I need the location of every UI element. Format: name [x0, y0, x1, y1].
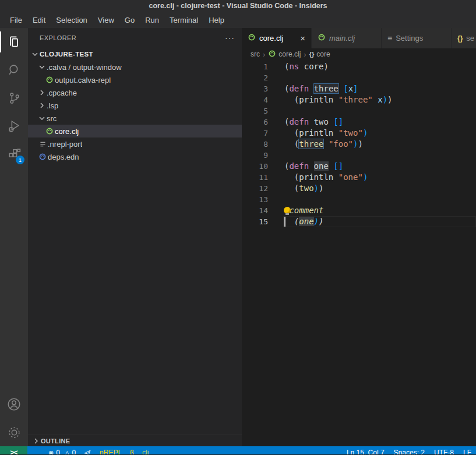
- activity-item-explorer[interactable]: [0, 28, 28, 56]
- tree-item-label: src: [47, 114, 57, 123]
- status-right-lf[interactable]: LF: [463, 449, 471, 454]
- menubar: FileEditSelectionViewGoRunTerminalHelp: [0, 12, 476, 28]
- line-number: 4: [242, 96, 268, 104]
- clojure-file-icon: [44, 76, 55, 84]
- tree-item-label: output.calva-repl: [55, 76, 111, 84]
- tree-item-core-clj[interactable]: core.clj: [28, 125, 242, 137]
- window-title: core.clj - clojure-test - Visual Studio …: [0, 0, 476, 12]
- status-item-nrepl[interactable]: nREPL: [100, 449, 122, 454]
- menu-item-view[interactable]: View: [93, 13, 119, 27]
- tree-item-output-calva-repl[interactable]: output.calva-repl: [28, 73, 242, 86]
- line-number: 1: [242, 62, 268, 71]
- activity-item-source-control[interactable]: [0, 84, 28, 112]
- tree-item-label: deps.edn: [48, 153, 79, 161]
- code-line-7[interactable]: 7 (println "two"): [242, 128, 476, 139]
- outline-section[interactable]: OUTLINE: [28, 435, 242, 446]
- tree-item-label: .cpcache: [47, 89, 77, 97]
- code-line-8[interactable]: 8 (three "foo")): [242, 139, 476, 150]
- breadcrumb-item-core[interactable]: {}core: [309, 50, 330, 58]
- chevron-right-icon: [31, 436, 41, 446]
- remote-indicator[interactable]: ><: [0, 446, 27, 454]
- source-control-icon: [7, 91, 22, 105]
- activity-bar: 1: [0, 28, 28, 446]
- close-icon[interactable]: ×: [300, 34, 305, 43]
- chevron-down-icon: [37, 62, 47, 72]
- status-item--[interactable]: β: [130, 449, 134, 454]
- tab-settings[interactable]: ≡Settings: [382, 28, 452, 48]
- status-item-clj[interactable]: clj: [142, 449, 149, 454]
- outline-label: OUTLINE: [41, 438, 70, 445]
- tab-core-clj[interactable]: core.clj×: [242, 28, 312, 48]
- tab-se[interactable]: {}se: [452, 28, 476, 48]
- code-line-12[interactable]: 12 (two)): [242, 183, 476, 194]
- code-line-1[interactable]: 1(ns core): [242, 61, 476, 72]
- code-line-13[interactable]: 13: [242, 194, 476, 205]
- tree-item--calva-output-window[interactable]: .calva / output-window: [28, 61, 242, 73]
- tree-item-clojure-test[interactable]: CLOJURE-TEST: [28, 48, 242, 61]
- menu-item-file[interactable]: File: [5, 13, 27, 27]
- menu-item-help[interactable]: Help: [203, 13, 230, 27]
- code-line-15[interactable]: 15 (one)): [242, 216, 476, 227]
- breadcrumb: src›core.clj›{}core: [242, 48, 476, 60]
- status-bar: >< ⊗ 0 △ 0 nREPLβclj Ln 15, Col 7Spaces:…: [0, 446, 476, 454]
- activity-item-run-debug[interactable]: [0, 112, 28, 140]
- paper-plane-icon[interactable]: [84, 449, 91, 455]
- activity-item-account[interactable]: [0, 390, 28, 418]
- activity-item-extensions[interactable]: 1: [0, 140, 28, 168]
- status-right-spaces-2[interactable]: Spaces: 2: [394, 449, 425, 454]
- file-tree: CLOJURE-TEST.calva / output-windowoutput…: [28, 48, 242, 163]
- debug-icon: [7, 119, 22, 133]
- code-line-4[interactable]: 4 (println "three" x)): [242, 94, 476, 105]
- activity-item-search[interactable]: [0, 56, 28, 84]
- breadcrumb-label: core: [316, 50, 330, 58]
- status-right-ln-15-col-7[interactable]: Ln 15, Col 7: [347, 449, 385, 454]
- menu-item-edit[interactable]: Edit: [27, 13, 51, 27]
- activity-item-settings[interactable]: [0, 418, 28, 446]
- line-number: 7: [242, 129, 268, 137]
- tree-item-deps-edn[interactable]: deps.edn: [28, 150, 242, 163]
- extensions-badge: 1: [16, 156, 24, 164]
- line-number: 13: [242, 195, 268, 204]
- error-count: 0: [56, 449, 60, 454]
- code-line-2[interactable]: 2: [242, 72, 476, 83]
- explorer-sidebar: EXPLORER ··· CLOJURE-TEST.calva / output…: [28, 28, 242, 446]
- tree-item-label: .lsp: [47, 101, 58, 110]
- line-number: 11: [242, 173, 268, 182]
- tree-item--lsp[interactable]: .lsp: [28, 99, 242, 112]
- clojure-file-icon: [318, 33, 326, 43]
- explorer-title: EXPLORER: [40, 34, 225, 41]
- tree-item--cpcache[interactable]: .cpcache: [28, 86, 242, 99]
- code-line-14[interactable]: 14(comment: [242, 205, 476, 216]
- menu-item-terminal[interactable]: Terminal: [164, 13, 203, 27]
- menu-item-selection[interactable]: Selection: [51, 13, 92, 27]
- more-actions-icon[interactable]: ···: [225, 33, 235, 43]
- code-editor[interactable]: 1(ns core)23(defn three [x]4 (println "t…: [242, 60, 476, 446]
- status-right-utf-8[interactable]: UTF-8: [434, 449, 454, 454]
- breadcrumb-item-src[interactable]: src: [251, 50, 260, 58]
- line-number: 15: [242, 217, 268, 226]
- tree-item-src[interactable]: src: [28, 112, 242, 125]
- explorer-header: EXPLORER ···: [28, 28, 242, 48]
- chevron-right-icon: [37, 88, 47, 97]
- tab-main-clj[interactable]: main.clj: [312, 28, 382, 48]
- tree-item--nrepl-port[interactable]: .nrepl-port: [28, 137, 242, 150]
- code-text: (two)): [284, 183, 323, 194]
- menu-item-go[interactable]: Go: [119, 13, 140, 27]
- code-line-5[interactable]: 5: [242, 105, 476, 117]
- code-line-6[interactable]: 6(defn two []: [242, 117, 476, 128]
- code-line-10[interactable]: 10(defn one []: [242, 161, 476, 172]
- warning-icon: △: [65, 449, 69, 455]
- code-text: (one)): [284, 216, 323, 227]
- clojure-file-icon: [248, 33, 256, 43]
- breadcrumb-item-core-clj[interactable]: core.clj: [268, 50, 301, 59]
- code-text: (println "three" x)): [284, 94, 393, 105]
- problems-status[interactable]: ⊗ 0 △ 0: [48, 449, 76, 454]
- code-line-9[interactable]: 9: [242, 150, 476, 161]
- menu-item-run[interactable]: Run: [140, 13, 164, 27]
- lightbulb-icon[interactable]: [284, 207, 291, 214]
- search-icon: [7, 63, 22, 77]
- code-line-11[interactable]: 11 (println "one"): [242, 172, 476, 183]
- namespace-symbol-icon: {}: [309, 51, 315, 58]
- code-line-3[interactable]: 3(defn three [x]: [242, 83, 476, 94]
- code-text: (ns core): [284, 61, 329, 72]
